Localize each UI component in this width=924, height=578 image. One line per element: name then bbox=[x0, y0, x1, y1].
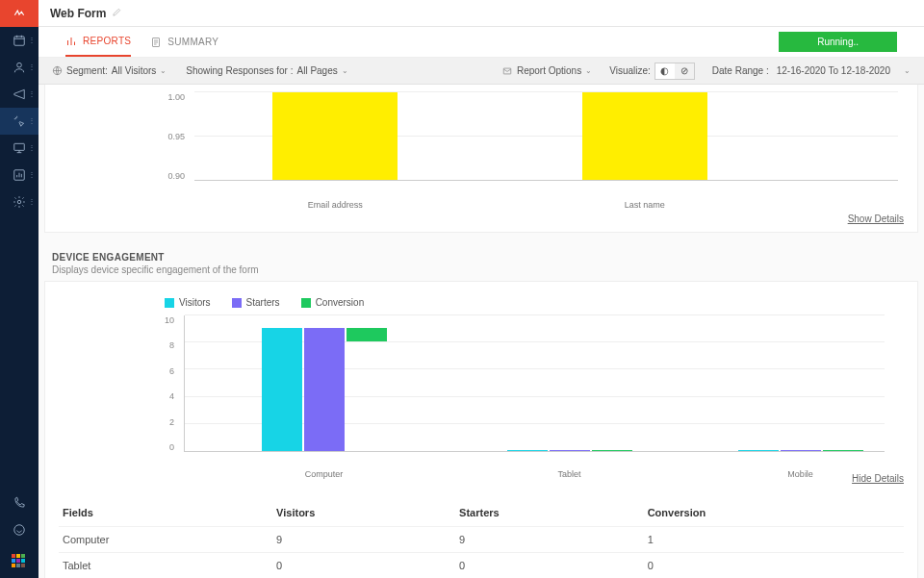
app-logo[interactable] bbox=[0, 0, 38, 27]
table-header: Starters bbox=[455, 497, 644, 527]
content-scroll[interactable]: 1.000.950.90 Email addressLast name Show… bbox=[38, 85, 924, 578]
field-engagement-chart: 1.000.950.90 Email addressLast name bbox=[45, 85, 917, 210]
tab-reports[interactable]: REPORTS bbox=[65, 28, 131, 57]
chevron-down-icon: ⌄ bbox=[160, 66, 167, 75]
sidebar-item-chart[interactable]: ⋮ bbox=[0, 162, 38, 188]
visualize-toggle: Visualize: ◐ ⊘ bbox=[609, 63, 695, 80]
section-heading: DEVICE ENGAGEMENT bbox=[52, 252, 911, 263]
sidebar-item-user[interactable]: ⋮ bbox=[0, 54, 38, 81]
svg-rect-8 bbox=[503, 68, 511, 74]
svg-rect-0 bbox=[14, 37, 25, 45]
device-engagement-header: DEVICE ENGAGEMENT Displays device specif… bbox=[38, 242, 924, 277]
sidebar-item-apps[interactable] bbox=[0, 543, 38, 570]
segment-dropdown[interactable]: Segment: All Visitors ⌄ bbox=[52, 65, 167, 76]
filter-bar: Segment: All Visitors ⌄ Showing Response… bbox=[38, 58, 924, 85]
sidebar-item-settings[interactable]: ⋮ bbox=[0, 188, 38, 215]
tab-label: SUMMARY bbox=[167, 37, 218, 47]
date-range-dropdown[interactable]: Date Range : 12-16-2020 To 12-18-2020 ⌄ bbox=[712, 65, 911, 76]
section-subheading: Displays device specific engagement of t… bbox=[52, 264, 911, 275]
device-engagement-chart: 1086420 ComputerTabletMobile bbox=[59, 315, 904, 469]
table-row: Computer991 bbox=[59, 527, 904, 553]
page-title: Web Form bbox=[50, 7, 106, 20]
chevron-down-icon: ⌄ bbox=[904, 66, 911, 75]
hide-details-link[interactable]: Hide Details bbox=[59, 469, 904, 491]
svg-point-1 bbox=[17, 63, 22, 67]
sidebar-bottom bbox=[0, 490, 38, 570]
sidebar-item-chat[interactable] bbox=[0, 516, 38, 543]
tab-row: REPORTS SUMMARY Running.. bbox=[38, 27, 924, 58]
mail-icon bbox=[501, 66, 513, 76]
visualize-option-a[interactable]: ◐ bbox=[655, 63, 675, 79]
sidebar-item-phone[interactable] bbox=[0, 490, 38, 516]
visualize-option-b[interactable]: ⊘ bbox=[675, 63, 694, 79]
chevron-down-icon: ⌄ bbox=[342, 66, 348, 75]
show-details-link[interactable]: Show Details bbox=[45, 210, 917, 232]
titlebar: Web Form bbox=[38, 0, 924, 27]
tab-summary[interactable]: SUMMARY bbox=[150, 29, 218, 56]
table-header: Conversion bbox=[644, 497, 904, 527]
sidebar: ⋮ ⋮ ⋮ ⋮ ⋮ ⋮ ⋮ bbox=[0, 0, 38, 578]
svg-rect-2 bbox=[14, 143, 25, 150]
table-row: Tablet000 bbox=[59, 553, 904, 579]
chart-icon bbox=[65, 36, 77, 47]
sidebar-item-click[interactable]: ⋮ bbox=[0, 108, 38, 135]
sidebar-item-monitor[interactable]: ⋮ bbox=[0, 135, 38, 162]
edit-title-icon[interactable] bbox=[112, 7, 122, 19]
document-icon bbox=[150, 37, 162, 48]
chart-legend: Visitors Starters Conversion bbox=[165, 297, 904, 308]
responses-dropdown[interactable]: Showing Responses for : All Pages ⌄ bbox=[186, 65, 347, 76]
chevron-down-icon: ⌄ bbox=[585, 66, 592, 75]
globe-icon bbox=[52, 65, 63, 76]
sidebar-item-calendar[interactable]: ⋮ bbox=[0, 27, 38, 54]
device-table: FieldsVisitorsStartersConversion Compute… bbox=[44, 497, 918, 578]
tab-label: REPORTS bbox=[83, 36, 131, 46]
svg-point-5 bbox=[14, 525, 25, 536]
table-header: Fields bbox=[59, 497, 272, 527]
running-button[interactable]: Running.. bbox=[779, 32, 897, 52]
svg-point-4 bbox=[17, 200, 21, 204]
sidebar-item-campaign[interactable]: ⋮ bbox=[0, 81, 38, 108]
report-options-dropdown[interactable]: Report Options ⌄ bbox=[501, 65, 592, 76]
table-header: Visitors bbox=[272, 497, 455, 527]
